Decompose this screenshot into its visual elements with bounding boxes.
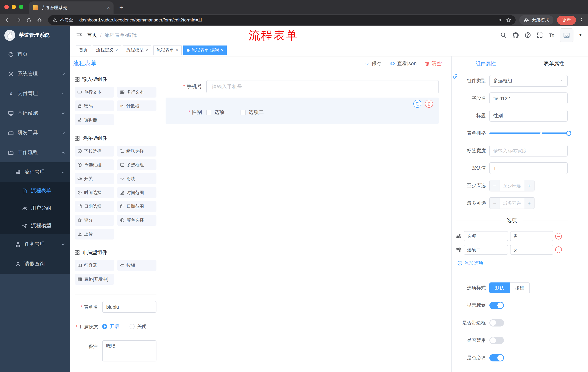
tag-process-model[interactable]: 流程模型 × bbox=[123, 45, 151, 55]
default-value-input[interactable] bbox=[489, 162, 568, 174]
palette-item-multi-line-text[interactable]: 多行文本 bbox=[117, 87, 157, 97]
palette-item-checkbox-group[interactable]: 多选框组 bbox=[117, 159, 157, 170]
browser-tab[interactable]: 芋道管理系统 × bbox=[29, 1, 114, 14]
back-button[interactable] bbox=[3, 15, 13, 25]
sidebar-item-leave-query[interactable]: 请假查询 bbox=[0, 254, 70, 274]
sidebar-item-system[interactable]: 系统管理 bbox=[0, 64, 70, 84]
zoom-window-button[interactable] bbox=[19, 5, 23, 9]
search-icon[interactable] bbox=[501, 32, 507, 38]
style-default-button[interactable]: 默认 bbox=[489, 282, 510, 293]
save-button[interactable]: 保存 bbox=[365, 60, 382, 67]
fullscreen-icon[interactable] bbox=[537, 32, 543, 38]
increase-button[interactable]: + bbox=[524, 198, 534, 209]
status-off-radio[interactable]: 关闭 bbox=[129, 323, 147, 330]
selected-gender-field[interactable]: 性别 选项一 选项二 bbox=[166, 97, 439, 124]
palette-item-date-picker[interactable]: 日期选择 bbox=[74, 201, 114, 212]
security-label[interactable]: 不安全 bbox=[60, 17, 73, 23]
disabled-toggle[interactable] bbox=[489, 337, 504, 344]
palette-item-password[interactable]: 密码 bbox=[74, 100, 114, 111]
tag-close-icon[interactable]: × bbox=[176, 47, 178, 53]
font-size-icon[interactable]: Tt bbox=[549, 32, 554, 38]
tag-home[interactable]: 首页 bbox=[76, 45, 91, 55]
sidebar-item-process-model[interactable]: 流程模型 bbox=[0, 217, 70, 234]
palette-item-select[interactable]: 下拉选择 bbox=[74, 146, 114, 157]
github-icon[interactable] bbox=[513, 32, 519, 38]
palette-item-time-range[interactable]: 时间范围 bbox=[117, 187, 157, 198]
palette-item-table[interactable]: 表格[开发中] bbox=[74, 274, 114, 285]
sidebar-item-devtools[interactable]: 研发工具 bbox=[0, 123, 70, 143]
new-tab-button[interactable]: + bbox=[116, 3, 126, 12]
option1-value-input[interactable] bbox=[510, 231, 553, 241]
phone-field-input[interactable] bbox=[206, 80, 439, 93]
tag-process-form[interactable]: 流程表单 × bbox=[153, 45, 182, 55]
increase-button[interactable]: + bbox=[524, 180, 534, 191]
tag-close-icon[interactable]: × bbox=[221, 47, 223, 53]
decrease-button[interactable]: − bbox=[490, 198, 500, 209]
palette-item-upload[interactable]: 上传 bbox=[74, 229, 114, 240]
min-select-value[interactable]: 至少应选 bbox=[500, 180, 524, 191]
view-json-button[interactable]: 查看json bbox=[390, 60, 417, 67]
option2-label-input[interactable] bbox=[464, 244, 508, 255]
option-drag-icon[interactable] bbox=[456, 233, 462, 239]
help-icon[interactable] bbox=[525, 32, 531, 38]
component-type-select[interactable]: 多选框组 bbox=[489, 75, 568, 87]
url-text[interactable]: dashboard.yudao.iocoder.cn/bpm/manager/f… bbox=[79, 18, 495, 22]
form-remark-textarea[interactable]: 嘿嘿 bbox=[102, 340, 157, 361]
tab-close-icon[interactable]: × bbox=[107, 5, 110, 10]
option2-value-input[interactable] bbox=[510, 244, 553, 255]
border-toggle[interactable] bbox=[489, 319, 504, 327]
sidebar-item-payment[interactable]: ¥ 支付管理 bbox=[0, 84, 70, 103]
max-select-value[interactable]: 最多可选 bbox=[500, 198, 524, 209]
tag-process-definition[interactable]: 流程定义 × bbox=[93, 45, 121, 55]
update-browser-button[interactable]: 更新 bbox=[557, 15, 576, 25]
show-label-toggle[interactable] bbox=[489, 302, 504, 309]
grid-slider[interactable] bbox=[489, 132, 568, 134]
add-option-button[interactable]: 添加选项 bbox=[457, 260, 568, 266]
palette-item-rate[interactable]: 评分 bbox=[74, 215, 114, 226]
title-input[interactable] bbox=[489, 110, 568, 122]
palette-item-button[interactable]: 按钮 bbox=[117, 260, 157, 271]
palette-item-color-picker[interactable]: 颜色选择 bbox=[117, 215, 157, 226]
palette-item-row-container[interactable]: 行容器 bbox=[74, 260, 114, 271]
caret-down-icon[interactable]: ▾ bbox=[579, 33, 581, 37]
tag-process-form-edit[interactable]: 流程表单-编辑 × bbox=[183, 45, 227, 55]
palette-item-radio-group[interactable]: 单选框组 bbox=[74, 159, 114, 170]
status-on-radio[interactable]: 开启 bbox=[102, 323, 119, 330]
option1-label-input[interactable] bbox=[464, 231, 508, 241]
tab-form-props[interactable]: 表单属性 bbox=[520, 56, 588, 71]
collapse-sidebar-icon[interactable] bbox=[70, 32, 87, 39]
decrease-button[interactable]: − bbox=[490, 180, 500, 191]
sidebar-item-workflow[interactable]: 工作流程 bbox=[0, 143, 70, 162]
remove-option-button[interactable]: − bbox=[555, 246, 562, 253]
remove-option-button[interactable]: − bbox=[555, 233, 562, 240]
palette-item-cascader[interactable]: 级联选择 bbox=[117, 146, 157, 157]
palette-item-time-picker[interactable]: 时间选择 bbox=[74, 187, 114, 198]
palette-item-date-range[interactable]: 日期范围 bbox=[117, 201, 157, 212]
palette-item-slider[interactable]: 滑块 bbox=[117, 173, 157, 184]
bookmark-star-icon[interactable] bbox=[506, 18, 511, 22]
minimize-window-button[interactable] bbox=[12, 5, 16, 9]
delete-field-button[interactable] bbox=[425, 100, 433, 108]
clear-button[interactable]: 清空 bbox=[425, 60, 442, 67]
sidebar-item-home[interactable]: 首页 bbox=[0, 44, 70, 64]
palette-item-single-line-text[interactable]: 单行文本 bbox=[74, 87, 114, 97]
app-logo[interactable]: 芋道管理系统 bbox=[0, 26, 70, 44]
style-button-button[interactable]: 按钮 bbox=[510, 282, 530, 293]
field-name-input[interactable] bbox=[489, 93, 568, 104]
sidebar-item-task-mgmt[interactable]: 任务管理 bbox=[0, 234, 70, 254]
palette-item-switch[interactable]: 开关 bbox=[74, 173, 114, 184]
tag-close-icon[interactable]: × bbox=[146, 47, 148, 53]
sidebar-item-infra[interactable]: 基础设施 bbox=[0, 103, 70, 123]
close-window-button[interactable] bbox=[4, 5, 9, 9]
user-avatar[interactable] bbox=[560, 28, 574, 42]
sidebar-item-process-mgmt[interactable]: 流程管理 bbox=[0, 162, 70, 182]
option-drag-icon[interactable] bbox=[456, 247, 462, 253]
phone-field-row[interactable]: 手机号 bbox=[166, 80, 439, 93]
tab-component-props[interactable]: 组件属性 bbox=[452, 56, 520, 71]
address-bar[interactable]: 不安全 dashboard.yudao.iocoder.cn/bpm/manag… bbox=[48, 15, 515, 25]
copy-field-button[interactable] bbox=[413, 100, 421, 108]
palette-item-counter[interactable]: 123 计数器 bbox=[117, 100, 157, 111]
label-width-input[interactable] bbox=[489, 145, 568, 157]
home-button[interactable] bbox=[35, 15, 44, 25]
doc-link-icon[interactable] bbox=[452, 74, 458, 79]
